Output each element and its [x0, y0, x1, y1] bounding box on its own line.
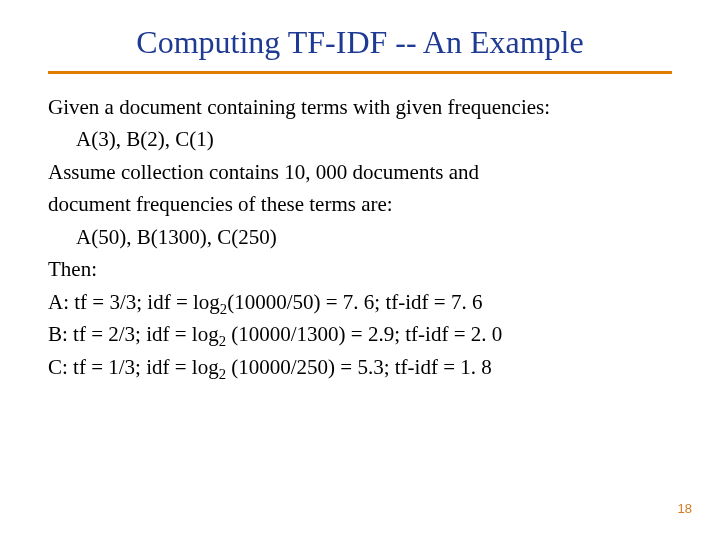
body-line-indent: A(50), B(1300), C(250)	[48, 222, 672, 252]
page-number: 18	[678, 501, 692, 516]
body-line: document frequencies of these terms are:	[48, 189, 672, 219]
calc-row-c: C: tf = 1/3; idf = log2 (10000/250) = 5.…	[48, 352, 672, 382]
calc-row-b: B: tf = 2/3; idf = log2 (10000/1300) = 2…	[48, 319, 672, 349]
title-underline	[48, 71, 672, 74]
calc-label: B: tf = 2/3; idf = log	[48, 322, 219, 346]
calc-rest: (10000/1300) = 2.9; tf-idf = 2. 0	[226, 322, 502, 346]
body-line: Given a document containing terms with g…	[48, 92, 672, 122]
body-line: Then:	[48, 254, 672, 284]
slide-title: Computing TF-IDF -- An Example	[48, 24, 672, 61]
subscript: 2	[219, 333, 226, 349]
calc-label: C: tf = 1/3; idf = log	[48, 355, 219, 379]
slide: Computing TF-IDF -- An Example Given a d…	[0, 0, 720, 540]
calc-rest: (10000/50) = 7. 6; tf-idf = 7. 6	[227, 290, 482, 314]
calc-label: A: tf = 3/3; idf = log	[48, 290, 220, 314]
body-line: Assume collection contains 10, 000 docum…	[48, 157, 672, 187]
calc-row-a: A: tf = 3/3; idf = log2(10000/50) = 7. 6…	[48, 287, 672, 317]
body-line-indent: A(3), B(2), C(1)	[48, 124, 672, 154]
calc-rest: (10000/250) = 5.3; tf-idf = 1. 8	[226, 355, 492, 379]
subscript: 2	[219, 366, 226, 382]
slide-body: Given a document containing terms with g…	[48, 92, 672, 382]
